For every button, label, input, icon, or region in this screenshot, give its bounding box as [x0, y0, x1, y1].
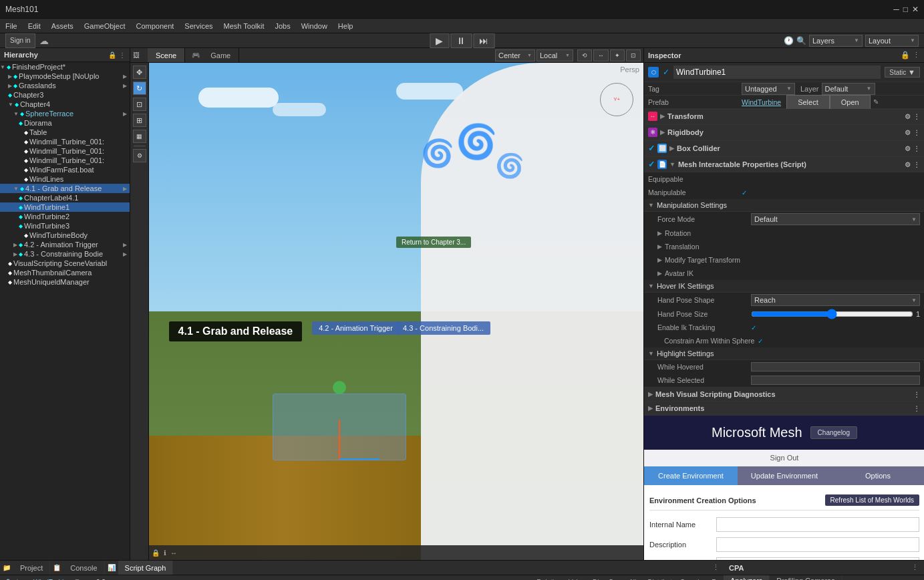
menu-file[interactable]: File: [0, 19, 23, 33]
pause-button[interactable]: ⏸: [450, 33, 472, 48]
more-icon[interactable]: ⋮: [913, 405, 920, 412]
menu-edit[interactable]: Edit: [23, 19, 46, 33]
rigidbody-header[interactable]: ⚛ ▶ Rigidbody ⚙ ⋮: [644, 125, 924, 140]
static-dropdown-btn[interactable]: Static ▼: [885, 67, 920, 78]
menu-jobs[interactable]: Jobs: [269, 19, 295, 33]
hier-item-finished[interactable]: ▼ ◆ FinishedProject*: [0, 62, 130, 71]
prefab-link[interactable]: WindTurbine: [742, 98, 781, 106]
tab-console[interactable]: Console: [63, 561, 104, 575]
hier-item-windturbine2[interactable]: ◆ WindTurbine2: [0, 212, 130, 221]
more-icon[interactable]: ⋮: [913, 161, 920, 168]
sign-in-btn[interactable]: Sign in: [5, 33, 35, 48]
mesh-visual-header[interactable]: ▶ Mesh Visual Scripting Diagnostics ⋮: [644, 388, 924, 402]
hier-item-sphereterrace[interactable]: ▼ ◆ SphereTerrace ▶: [0, 109, 130, 118]
cpa-menu[interactable]: ⋮: [911, 563, 919, 572]
hier-item-windfarm[interactable]: ◆ WindFarmFast.boat: [0, 165, 130, 174]
description-input[interactable]: [716, 537, 919, 552]
scene-tool-btn2[interactable]: ↔: [593, 49, 609, 61]
edit-icon[interactable]: ✎: [873, 98, 879, 106]
changelog-btn[interactable]: Changelog: [810, 426, 857, 439]
more-icon[interactable]: ⋮: [913, 129, 920, 136]
scene-view[interactable]: 🌀 🌀 🌀 4.1 - Grab and Release 4.2 - Anima…: [149, 63, 643, 560]
menu-gameobject[interactable]: GameObject: [79, 19, 131, 33]
menu-mesh-toolkit[interactable]: Mesh Toolkit: [218, 19, 270, 33]
hier-item-windlines[interactable]: ◆ WindLines: [0, 174, 130, 184]
hier-item-windmill3[interactable]: ◆ Windmill_Turbine_001:: [0, 156, 130, 165]
maximize-btn[interactable]: □: [903, 5, 908, 14]
internal-name-input[interactable]: [716, 517, 919, 532]
tab-profiling[interactable]: Profiling Cameras: [770, 575, 842, 580]
more-icon[interactable]: ⋮: [913, 391, 920, 398]
layout-dropdown[interactable]: Layout ▼: [865, 35, 919, 47]
object-name-field[interactable]: [673, 65, 881, 79]
transform-tool[interactable]: ▦: [133, 130, 146, 143]
hier-item-table[interactable]: ◆ Table: [0, 128, 130, 137]
hier-item-chapter3[interactable]: ◆ Chapter3: [0, 90, 130, 100]
rotate-tool[interactable]: ↻: [133, 82, 146, 95]
close-btn[interactable]: ✕: [912, 5, 919, 14]
layer-dropdown[interactable]: Default ▼: [822, 83, 875, 95]
hier-item-chapter4[interactable]: ▼ ◆ Chapter4: [0, 100, 130, 109]
tab-project[interactable]: Project: [13, 561, 50, 575]
return-btn[interactable]: Return to Chapter 3...: [396, 237, 471, 248]
more-icon[interactable]: ⋮: [913, 145, 920, 152]
scene-tool-btn4[interactable]: ⊡: [626, 49, 641, 61]
local-dropdown[interactable]: Local ▼: [536, 49, 573, 61]
hier-item-diorama[interactable]: ◆ Diorama: [0, 118, 130, 128]
more-icon[interactable]: ⋮: [913, 113, 920, 120]
highlight-settings-header[interactable]: ▼ Highlight Settings: [644, 347, 924, 360]
hover-ik-header[interactable]: ▼ Hover IK Settings: [644, 280, 924, 293]
menu-component[interactable]: Component: [130, 19, 179, 33]
check-enabled[interactable]: ✓: [663, 67, 669, 77]
sign-out-btn[interactable]: Sign Out: [770, 454, 799, 462]
hier-item-42-anim[interactable]: ▶ ◆ 4.2 - Animation Trigger ▶: [0, 240, 130, 249]
hier-item-windmill1[interactable]: ◆ Windmill_Turbine_001:: [0, 137, 130, 146]
settings-icon[interactable]: ⚙: [905, 161, 911, 168]
tab-game[interactable]: Game: [202, 48, 239, 62]
lock-icon[interactable]: 🔒: [108, 51, 116, 59]
menu-help[interactable]: Help: [333, 19, 359, 33]
scale-tool[interactable]: ⊡: [133, 98, 146, 111]
tab-options[interactable]: Options: [831, 466, 924, 485]
hier-item-43-constrain[interactable]: ▶ ◆ 4.3 - Constraining Bodie ▶: [0, 249, 130, 259]
tab-script-graph[interactable]: Script Graph: [118, 561, 174, 575]
hier-item-windturbine1[interactable]: ◆ WindTurbine1: [0, 202, 130, 212]
manip-settings-header[interactable]: ▼ Manipulation Settings: [644, 199, 924, 212]
scene-tool-btn3[interactable]: ✦: [610, 49, 625, 61]
boxcollider-header[interactable]: ✓ ⬜ ▶ Box Collider ⚙ ⋮: [644, 141, 924, 156]
hier-item-meshthumbnail[interactable]: ◆ MeshThumbnailCamera: [0, 268, 130, 277]
menu-assets[interactable]: Assets: [46, 19, 79, 33]
settings-icon[interactable]: ⚙: [905, 145, 911, 152]
chapter-btn-42[interactable]: 4.2 - Animation Trigger: [312, 321, 400, 335]
select-btn[interactable]: Select: [786, 95, 830, 110]
hier-item-windturbinebody[interactable]: ◆ WindTurbineBody: [0, 231, 130, 240]
mesh-interactable-header[interactable]: ✓ 📄 ▼ Mesh Interactable Properties (Scri…: [644, 157, 924, 172]
script-panel-menu[interactable]: ⋮: [708, 563, 724, 572]
layers-dropdown[interactable]: Layers ▼: [809, 35, 863, 47]
open-btn[interactable]: Open: [830, 95, 871, 110]
hier-item-meshunique[interactable]: ◆ MeshUniqueldManager: [0, 277, 130, 287]
hier-item-windmill2[interactable]: ◆ Windmill_Turbine_001:: [0, 146, 130, 156]
move-tool[interactable]: ✥: [133, 65, 146, 79]
enable-ik-check[interactable]: ✓: [751, 324, 756, 331]
settings-icon[interactable]: ⚙: [905, 113, 911, 120]
constrain-check[interactable]: ✓: [758, 337, 763, 345]
force-mode-dropdown[interactable]: Default ▼: [751, 213, 920, 225]
hand-pose-size-slider[interactable]: [751, 309, 913, 319]
scene-tool-btn1[interactable]: ⟲: [577, 49, 592, 61]
hand-pose-dropdown[interactable]: Reach ▼: [751, 294, 920, 306]
minimize-btn[interactable]: ─: [893, 5, 899, 14]
menu-icon-inspector[interactable]: ⋮: [913, 51, 920, 59]
check-mesh[interactable]: ✓: [648, 160, 655, 169]
tab-create-env[interactable]: Create Environment: [644, 466, 738, 485]
hier-item-41-grab[interactable]: ▼ ◆ 4.1 - Grab and Release ▶: [0, 184, 130, 193]
tab-scene[interactable]: Scene: [148, 48, 185, 62]
menu-services[interactable]: Services: [179, 19, 218, 33]
settings-icon[interactable]: ⚙: [905, 129, 911, 136]
tab-update-env[interactable]: Update Environment: [738, 466, 831, 485]
transform-header[interactable]: ↔ ▶ Transform ⚙ ⋮: [644, 109, 924, 124]
hier-item-chapterlabel[interactable]: ◆ ChapterLabel4.1: [0, 193, 130, 202]
hier-item-windturbine3[interactable]: ◆ WindTurbine3: [0, 221, 130, 231]
lock-icon-inspector[interactable]: 🔒: [901, 51, 910, 59]
hier-item-visualscripting[interactable]: ◆ VisualScripting SceneVariabl: [0, 259, 130, 268]
